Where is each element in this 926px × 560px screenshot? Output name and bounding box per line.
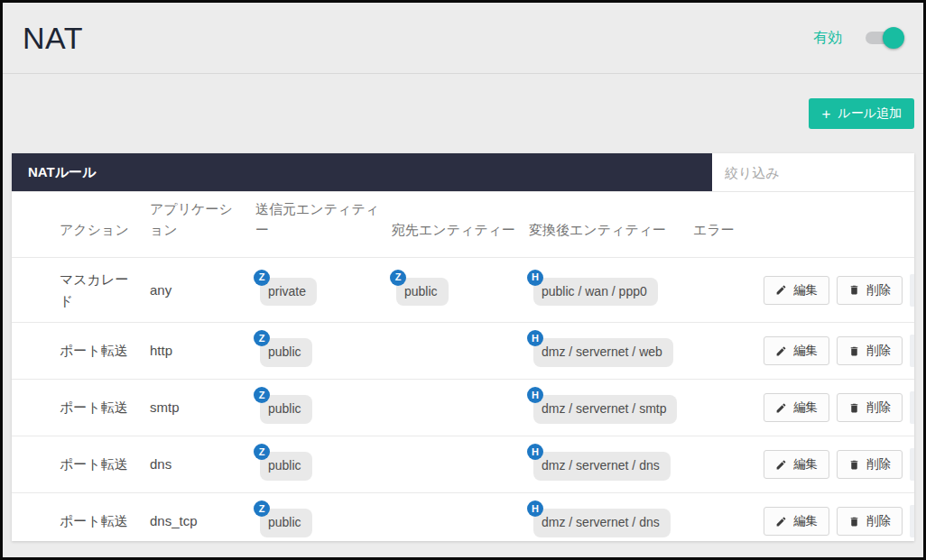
cell-source: Z public — [255, 448, 392, 481]
entity-chip: H dmz / servernet / dns — [533, 509, 671, 537]
cell-action: ポート転送 — [12, 340, 150, 361]
cell-translated: H dmz / servernet / smtp — [529, 391, 693, 424]
cell-application: dns — [150, 454, 255, 474]
entity-chip-label: dmz / servernet / dns — [542, 458, 660, 473]
edit-label: 編集 — [793, 399, 818, 416]
cell-action: ポート転送 — [12, 397, 150, 418]
table-row: マスカレード any Z private Z public H public /… — [12, 257, 914, 322]
cell-action: ポート転送 — [12, 454, 150, 474]
enabled-toggle[interactable] — [866, 32, 900, 44]
filter-input[interactable] — [712, 153, 914, 191]
zone-badge-icon: Z — [390, 270, 406, 286]
trash-icon — [848, 345, 860, 357]
entity-chip-label: dmz / servernet / dns — [542, 515, 660, 529]
cell-destination: Z public — [392, 274, 529, 307]
trash-icon — [848, 459, 860, 471]
pencil-icon — [775, 459, 787, 471]
cell-source: Z public — [255, 391, 392, 424]
toggle-knob-icon — [883, 27, 904, 49]
column-header-error: エラー — [693, 219, 764, 257]
cell-source: Z public — [255, 505, 392, 537]
entity-chip: H public / wan / ppp0 — [533, 278, 658, 307]
delete-label: 削除 — [866, 282, 891, 298]
drag-handle[interactable] — [910, 391, 914, 424]
cell-actions: 編集 削除 — [764, 274, 914, 307]
drag-handle[interactable] — [910, 274, 914, 307]
cell-application: dns_tcp — [150, 510, 255, 531]
cell-source: Z private — [255, 274, 392, 307]
delete-button[interactable]: 削除 — [837, 276, 903, 305]
trash-icon — [848, 402, 860, 414]
entity-chip-label: public — [268, 515, 301, 529]
page-header: NAT 有効 — [3, 3, 923, 74]
drag-handle[interactable] — [910, 448, 914, 481]
delete-label: 削除 — [866, 513, 891, 529]
edit-button[interactable]: 編集 — [764, 393, 829, 422]
cell-source: Z public — [255, 335, 392, 367]
edit-label: 編集 — [793, 456, 818, 473]
zone-badge-icon: Z — [254, 270, 270, 286]
entity-chip: Z public — [260, 509, 312, 537]
add-rule-label: ルール追加 — [838, 106, 902, 122]
drag-handle[interactable] — [910, 335, 914, 367]
entity-chip-label: dmz / servernet / web — [542, 344, 662, 359]
toolbar: + ルール追加 — [3, 74, 923, 153]
cell-application: http — [150, 340, 255, 361]
enabled-toggle-group: 有効 — [813, 29, 900, 48]
cell-translated: H public / wan / ppp0 — [529, 274, 693, 307]
cell-translated: H dmz / servernet / dns — [529, 505, 693, 537]
cell-translated: H dmz / servernet / dns — [529, 448, 693, 481]
cell-action: ポート転送 — [12, 510, 150, 531]
entity-chip: H dmz / servernet / web — [533, 338, 673, 367]
delete-button[interactable]: 削除 — [837, 336, 903, 365]
table-header-row: アクション アプリケーション 送信元エンティティー 宛先エンティティー 変換後エ… — [12, 192, 914, 257]
edit-button[interactable]: 編集 — [764, 450, 829, 479]
delete-button[interactable]: 削除 — [837, 507, 903, 536]
entity-chip: H dmz / servernet / dns — [533, 452, 671, 481]
entity-chip-label: public — [404, 284, 438, 298]
entity-chip-label: public — [268, 401, 301, 416]
column-header-action: アクション — [12, 219, 150, 257]
pencil-icon — [775, 345, 787, 357]
add-rule-button[interactable]: + ルール追加 — [809, 98, 914, 129]
column-header-application: アプリケーション — [150, 198, 255, 258]
cell-actions: 編集 削除 — [764, 505, 914, 537]
edit-label: 編集 — [793, 513, 818, 529]
pencil-icon — [775, 284, 787, 296]
entity-chip-label: private — [268, 284, 306, 298]
pencil-icon — [775, 516, 787, 528]
trash-icon — [848, 284, 860, 296]
edit-label: 編集 — [793, 282, 818, 298]
entity-chip-label: dmz / servernet / smtp — [542, 401, 666, 416]
entity-chip: Z public — [260, 395, 312, 424]
delete-label: 削除 — [866, 456, 891, 473]
table-row: ポート転送 dns_tcp Z public H dmz / servernet… — [12, 492, 914, 541]
edit-button[interactable]: 編集 — [764, 507, 829, 536]
edit-button[interactable]: 編集 — [764, 276, 829, 305]
panel-title: NATルール — [28, 164, 96, 181]
table-row: ポート転送 http Z public H dmz / servernet / … — [12, 322, 914, 379]
cell-actions: 編集 削除 — [764, 335, 914, 367]
column-header-destination: 宛先エンティティー — [392, 219, 529, 257]
delete-button[interactable]: 削除 — [837, 393, 903, 422]
edit-button[interactable]: 編集 — [764, 336, 829, 365]
column-header-source: 送信元エンティティー — [255, 198, 392, 258]
cell-actions: 編集 削除 — [764, 448, 914, 481]
pencil-icon — [775, 402, 787, 414]
panel-title-bar: NATルール — [12, 153, 712, 191]
page-title: NAT — [23, 21, 83, 56]
delete-label: 削除 — [866, 343, 891, 359]
plus-icon: + — [821, 106, 830, 122]
nat-rules-panel: NATルール アクション アプリケーション 送信元エンティティー 宛先エンティテ… — [12, 153, 914, 541]
drag-handle[interactable] — [910, 505, 914, 537]
host-badge-icon: H — [527, 270, 543, 286]
entity-chip: Z public — [260, 338, 312, 367]
trash-icon — [848, 516, 860, 528]
cell-action: マスカレード — [12, 269, 150, 311]
entity-chip: H dmz / servernet / smtp — [533, 395, 677, 424]
cell-application: smtp — [150, 397, 255, 418]
cell-translated: H dmz / servernet / web — [529, 335, 693, 367]
entity-chip-label: public / wan / ppp0 — [542, 284, 647, 298]
delete-button[interactable]: 削除 — [837, 450, 903, 479]
entity-chip: Z public — [396, 278, 449, 307]
